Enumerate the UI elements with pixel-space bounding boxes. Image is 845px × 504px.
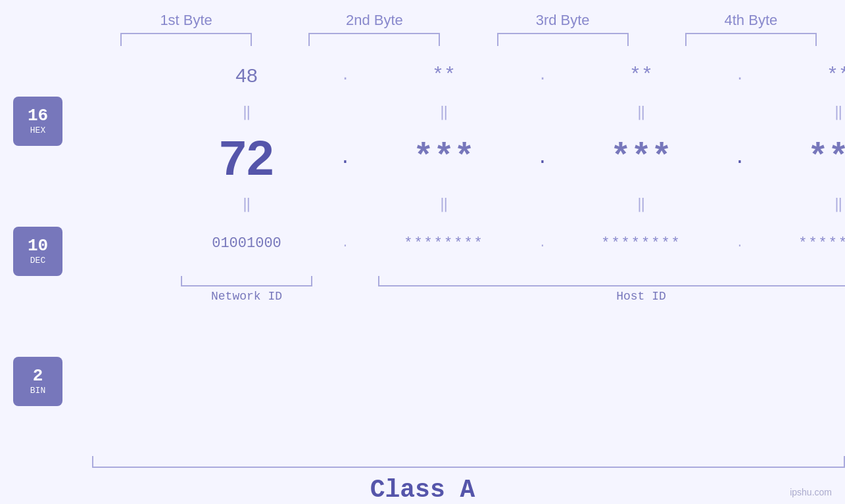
host-id-label: Host ID	[365, 290, 845, 303]
bin-dot-2: .	[523, 237, 562, 250]
dec-b3: ***	[562, 139, 720, 177]
bin-dot-1: .	[326, 237, 365, 250]
hex-dot-2: .	[523, 68, 562, 84]
network-id-bracket	[181, 276, 312, 286]
eq-1-1: ‖	[168, 103, 326, 121]
host-id-section: Host ID	[365, 276, 845, 312]
bracket-2	[308, 33, 440, 46]
dec-value-3: ***	[610, 139, 672, 177]
dec-value-1: 72	[219, 130, 274, 185]
byte-header-1: 1st Byte	[97, 12, 275, 29]
hex-dot-1: .	[326, 68, 365, 84]
eq-2-1: ‖	[168, 195, 326, 213]
bin-b1: 01001000	[168, 235, 326, 252]
network-id-section: Network ID	[168, 276, 326, 312]
dec-value-4: ***	[808, 139, 845, 177]
data-rows: 48 . ** . ** . **	[168, 49, 845, 453]
bin-dot-3: .	[720, 237, 760, 250]
dec-b2: ***	[365, 139, 523, 177]
bracket-4	[685, 33, 817, 46]
eq-1-3: ‖	[562, 103, 720, 121]
bin-badge: 2 BIN	[13, 357, 62, 406]
id-brackets-container: Network ID Host ID	[168, 276, 845, 312]
dec-dot-1: .	[326, 148, 365, 168]
eq-2-2: ‖	[365, 195, 523, 213]
bin-value-3: ********	[601, 235, 681, 252]
dec-b1: 72	[168, 129, 326, 186]
top-brackets	[0, 33, 845, 46]
equals-row-2: ‖ ‖ ‖ ‖	[168, 194, 845, 214]
bin-b4: ********	[760, 235, 845, 252]
hex-badge-label: HEX	[30, 126, 45, 135]
hex-badge-num: 16	[28, 106, 48, 126]
bin-value-1: 01001000	[212, 235, 281, 252]
equals-row-1: ‖ ‖ ‖ ‖	[168, 102, 845, 122]
eq-1-2: ‖	[365, 103, 523, 121]
hex-b2: **	[365, 64, 523, 87]
hex-value-1: 48	[235, 64, 257, 86]
eq-1-4: ‖	[760, 103, 845, 121]
outer-bracket	[92, 456, 845, 468]
dec-value-2: ***	[413, 139, 475, 177]
class-label-wrapper: Class A	[0, 476, 845, 504]
bin-value-2: ********	[404, 235, 484, 252]
bracket-1	[120, 33, 252, 46]
eq-2-4: ‖	[760, 195, 845, 213]
dec-badge-label: DEC	[30, 256, 45, 265]
hex-data-row: 48 . ** . ** . **	[168, 49, 845, 102]
dec-b4: ***	[760, 139, 845, 177]
hex-value-3: **	[629, 64, 653, 87]
hex-dot-3: .	[720, 68, 760, 84]
badges-column: 16 HEX 10 DEC 2 BIN	[0, 49, 76, 453]
dec-badge-num: 10	[28, 237, 48, 256]
watermark: ipshu.com	[790, 487, 832, 497]
byte-header-4: 4th Byte	[662, 12, 840, 29]
class-label: Class A	[370, 476, 475, 504]
dec-badge: 10 DEC	[13, 227, 62, 276]
host-id-bracket	[378, 276, 845, 286]
bin-value-4: ********	[798, 235, 845, 252]
hex-value-4: **	[827, 64, 845, 87]
dec-dot-3: .	[720, 148, 760, 168]
bin-data-row: 01001000 . ******** . ******** .	[168, 214, 845, 273]
byte-header-2: 2nd Byte	[285, 12, 463, 29]
eq-2-3: ‖	[562, 195, 720, 213]
byte-headers-row: 1st Byte 2nd Byte 3rd Byte 4th Byte	[0, 12, 845, 29]
bracket-3	[497, 33, 629, 46]
hex-b3: **	[562, 64, 720, 87]
bin-b3: ********	[562, 235, 720, 252]
bin-badge-num: 2	[33, 367, 43, 386]
byte-header-3: 3rd Byte	[474, 12, 652, 29]
bin-b2: ********	[365, 235, 523, 252]
page-container: 1st Byte 2nd Byte 3rd Byte 4th Byte 16 H…	[0, 0, 845, 504]
dec-dot-2: .	[523, 148, 562, 168]
hex-value-2: **	[432, 64, 456, 87]
bin-badge-label: BIN	[30, 386, 45, 396]
network-id-label: Network ID	[168, 290, 326, 303]
dec-data-row: 72 . *** . *** . ***	[168, 122, 845, 194]
hex-b4: **	[760, 64, 845, 87]
hex-b1: 48	[168, 64, 326, 87]
hex-badge: 16 HEX	[13, 97, 62, 146]
